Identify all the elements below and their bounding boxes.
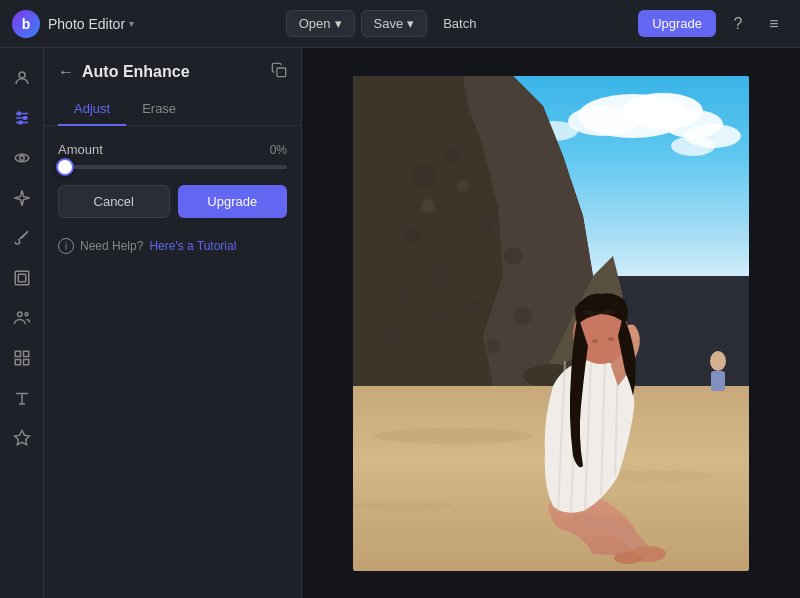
sidebar-item-filter[interactable] bbox=[4, 340, 40, 376]
svg-point-38 bbox=[430, 308, 446, 324]
app-title: Photo Editor bbox=[48, 16, 125, 32]
topbar-right: Upgrade ? ≡ bbox=[638, 10, 788, 38]
tab-adjust-label: Adjust bbox=[74, 101, 110, 116]
help-info-icon: i bbox=[58, 238, 74, 254]
svg-point-60 bbox=[710, 351, 726, 371]
sidebar-item-sparkle[interactable] bbox=[4, 180, 40, 216]
main-content: ← Auto Enhance Adjust Erase Amount 0% bbox=[0, 48, 800, 598]
help-text: Need Help? bbox=[80, 239, 143, 253]
app-logo: b bbox=[12, 10, 40, 38]
svg-rect-18 bbox=[277, 68, 286, 77]
open-chevron: ▾ bbox=[335, 16, 342, 31]
svg-rect-61 bbox=[711, 371, 725, 391]
svg-point-46 bbox=[353, 501, 453, 511]
sidebar-item-people[interactable] bbox=[4, 300, 40, 336]
sidebar-item-brush[interactable] bbox=[4, 220, 40, 256]
topbar-center: Open ▾ Save ▾ Batch bbox=[286, 10, 487, 37]
svg-marker-17 bbox=[14, 431, 29, 445]
svg-point-12 bbox=[25, 313, 28, 316]
panel-upgrade-button[interactable]: Upgrade bbox=[178, 185, 288, 218]
svg-point-36 bbox=[421, 199, 435, 213]
tutorial-link[interactable]: Here's a Tutorial bbox=[149, 239, 236, 253]
svg-point-6 bbox=[19, 121, 22, 124]
sidebar-item-text[interactable] bbox=[4, 380, 40, 416]
svg-rect-56 bbox=[603, 310, 615, 314]
svg-point-32 bbox=[395, 288, 411, 304]
canvas-area bbox=[302, 48, 800, 598]
panel-title: Auto Enhance bbox=[82, 63, 263, 81]
batch-label: Batch bbox=[443, 16, 476, 31]
svg-rect-15 bbox=[15, 360, 20, 365]
help-button[interactable]: ? bbox=[724, 10, 752, 38]
cancel-button[interactable]: Cancel bbox=[58, 185, 170, 218]
svg-point-8 bbox=[19, 156, 24, 161]
panel-header: ← Auto Enhance bbox=[44, 48, 301, 93]
svg-point-53 bbox=[592, 339, 598, 343]
svg-point-33 bbox=[466, 299, 480, 313]
svg-point-40 bbox=[514, 307, 532, 325]
svg-point-59 bbox=[614, 552, 642, 564]
open-label: Open bbox=[299, 16, 331, 31]
cancel-label: Cancel bbox=[94, 194, 134, 209]
photo-canvas bbox=[353, 76, 749, 571]
back-button[interactable]: ← bbox=[58, 63, 74, 81]
tab-erase[interactable]: Erase bbox=[126, 93, 192, 126]
svg-point-4 bbox=[17, 112, 20, 115]
svg-rect-13 bbox=[15, 351, 20, 356]
svg-point-39 bbox=[486, 339, 500, 353]
svg-point-5 bbox=[23, 117, 26, 120]
svg-point-35 bbox=[504, 247, 522, 265]
open-button[interactable]: Open ▾ bbox=[286, 10, 355, 37]
save-chevron: ▾ bbox=[407, 16, 414, 31]
logo-letter: b bbox=[22, 16, 31, 32]
svg-point-28 bbox=[445, 148, 461, 164]
action-buttons: Cancel Upgrade bbox=[58, 185, 287, 218]
panel-body: Amount 0% Cancel Upgrade i bbox=[44, 126, 301, 598]
svg-point-34 bbox=[383, 326, 403, 346]
svg-point-30 bbox=[404, 227, 422, 245]
help-icon: ? bbox=[734, 15, 743, 33]
tab-adjust[interactable]: Adjust bbox=[58, 93, 126, 126]
menu-button[interactable]: ≡ bbox=[760, 10, 788, 38]
svg-point-29 bbox=[473, 216, 493, 236]
app-title-chevron: ▾ bbox=[129, 18, 134, 29]
save-button[interactable]: Save ▾ bbox=[361, 10, 428, 37]
menu-icon: ≡ bbox=[769, 15, 778, 33]
sidebar-item-sliders[interactable] bbox=[4, 100, 40, 136]
slider-track bbox=[58, 165, 287, 169]
save-label: Save bbox=[374, 16, 404, 31]
svg-point-44 bbox=[373, 428, 533, 444]
batch-button[interactable]: Batch bbox=[433, 11, 486, 36]
icon-sidebar bbox=[0, 48, 44, 598]
svg-point-0 bbox=[19, 72, 25, 78]
sidebar-item-eye[interactable] bbox=[4, 140, 40, 176]
photo-container bbox=[353, 76, 749, 571]
sidebar-item-frame[interactable] bbox=[4, 260, 40, 296]
back-icon: ← bbox=[58, 63, 74, 81]
panel-upgrade-label: Upgrade bbox=[207, 194, 257, 209]
svg-rect-9 bbox=[15, 271, 29, 285]
svg-point-22 bbox=[568, 106, 638, 136]
sidebar-item-user[interactable] bbox=[4, 60, 40, 96]
help-row: i Need Help? Here's a Tutorial bbox=[58, 238, 287, 254]
beach-photo bbox=[353, 76, 749, 571]
svg-rect-16 bbox=[23, 360, 28, 365]
panel: ← Auto Enhance Adjust Erase Amount 0% bbox=[44, 48, 302, 598]
svg-rect-10 bbox=[18, 274, 26, 282]
svg-point-54 bbox=[608, 337, 614, 341]
topbar: b Photo Editor ▾ Open ▾ Save ▾ Batch Upg… bbox=[0, 0, 800, 48]
svg-point-11 bbox=[17, 312, 22, 317]
upgrade-label: Upgrade bbox=[652, 16, 702, 31]
svg-rect-14 bbox=[23, 351, 28, 356]
svg-rect-55 bbox=[583, 311, 595, 315]
app-title-group[interactable]: Photo Editor ▾ bbox=[48, 16, 134, 32]
copy-button[interactable] bbox=[271, 62, 287, 81]
svg-point-26 bbox=[685, 124, 741, 148]
tab-erase-label: Erase bbox=[142, 101, 176, 116]
upgrade-button[interactable]: Upgrade bbox=[638, 10, 716, 37]
amount-label: Amount bbox=[58, 142, 103, 157]
tabs: Adjust Erase bbox=[44, 93, 301, 126]
amount-value: 0% bbox=[270, 143, 287, 157]
svg-point-27 bbox=[411, 164, 435, 188]
sidebar-item-stamp[interactable] bbox=[4, 420, 40, 456]
